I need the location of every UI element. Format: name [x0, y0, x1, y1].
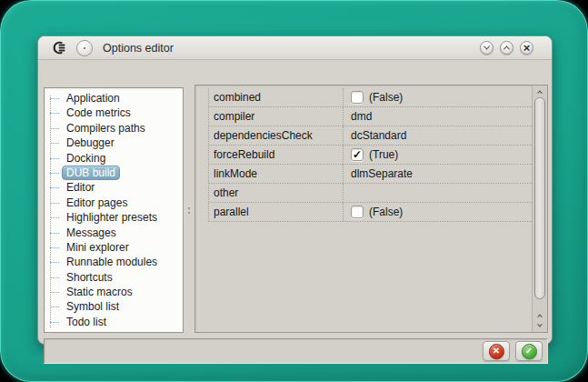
tree-item-label: Symbol list	[66, 300, 119, 313]
tree-item-runnable-modules[interactable]: Runnable modules	[45, 255, 183, 269]
property-name: parallel	[209, 203, 344, 221]
property-name: other	[209, 184, 344, 202]
tree-item-docking[interactable]: Docking	[45, 151, 183, 166]
ok-circle-check-icon: ✓	[522, 344, 537, 359]
property-row-forcerebuild: forceRebuild✓(True)	[209, 146, 532, 165]
property-row-compiler: compilerdmd	[209, 107, 532, 126]
maximize-button[interactable]	[500, 41, 513, 55]
scrollbar-thumb[interactable]	[534, 97, 545, 299]
tree-item-symbol-list[interactable]: Symbol list	[45, 299, 183, 314]
accept-button[interactable]: ✓	[515, 341, 543, 361]
property-row-linkmode: linkModedlmSeparate	[209, 165, 532, 184]
close-button[interactable]: ×	[520, 41, 533, 55]
property-name: compiler	[209, 107, 344, 126]
tree-item-label: Static macros	[66, 286, 133, 298]
chevron-up-icon	[537, 315, 543, 320]
checkbox-unchecked[interactable]	[351, 206, 364, 218]
tree-item-editor[interactable]: Editor	[45, 180, 183, 195]
tree-item-compilers-paths[interactable]: Compilers paths	[45, 121, 183, 136]
tree-item-label: Compilers paths	[66, 122, 145, 135]
tree-item-label: Mini explorer	[66, 241, 129, 254]
property-name: dependenciesCheck	[209, 126, 344, 145]
property-name: combined	[209, 88, 344, 106]
property-value[interactable]: (False)	[344, 88, 532, 106]
tree-item-application[interactable]: Application	[45, 91, 183, 106]
property-grid: combined(False)compilerdmddependenciesCh…	[194, 85, 548, 333]
scroll-up-button-bottom[interactable]	[538, 311, 542, 320]
coedit-logo-icon	[52, 41, 66, 55]
titlebar[interactable]: Options editor ×	[38, 36, 552, 60]
scrollbar-bottom-buttons	[538, 311, 542, 332]
tree-item-static-macros[interactable]: Static macros	[45, 285, 183, 299]
scroll-up-button[interactable]	[533, 85, 547, 97]
tree-item-label: Editor	[66, 181, 95, 194]
chevron-down-icon	[483, 44, 490, 50]
property-value[interactable]: dcStandard	[344, 126, 532, 145]
property-value-text: (False)	[369, 91, 403, 104]
property-row-other: other	[209, 184, 532, 203]
footer-bar: ✕ ✓	[44, 338, 548, 364]
tree-item-highlighter-presets[interactable]: Highlighter presets	[45, 210, 183, 225]
checkbox-unchecked[interactable]	[351, 91, 364, 104]
checkbox-checked[interactable]: ✓	[351, 148, 364, 161]
tree-item-label: Docking	[66, 152, 105, 165]
tree-item-debugger[interactable]: Debugger	[45, 136, 183, 150]
tree-item-label: Messages	[66, 226, 116, 239]
tree-item-shortcuts[interactable]: Shortcuts	[45, 270, 183, 285]
property-row-combined: combined(False)	[209, 88, 532, 107]
category-list-panel: ApplicationCode metricsCompilers pathsDe…	[44, 87, 184, 333]
tree-item-label: Code metrics	[66, 106, 131, 119]
window-menu-icon	[84, 47, 85, 49]
property-row-dependenciescheck: dependenciesCheckdcStandard	[209, 126, 532, 146]
tree-item-label: Shortcuts	[66, 271, 113, 284]
cancel-button[interactable]: ✕	[483, 341, 510, 361]
scroll-down-button[interactable]	[538, 321, 542, 330]
property-grid-rows: combined(False)compilerdmddependenciesCh…	[208, 88, 532, 222]
property-value[interactable]: dmd	[344, 107, 532, 126]
shade-button[interactable]	[480, 41, 493, 55]
panel-splitter[interactable]	[184, 87, 194, 333]
chevron-down-icon	[537, 322, 543, 327]
chevron-up-icon	[537, 90, 543, 96]
property-value-text: (True)	[369, 148, 398, 161]
chevron-up-icon	[503, 45, 510, 52]
tree-item-label: DUB build	[62, 166, 120, 180]
options-tree: ApplicationCode metricsCompilers pathsDe…	[45, 91, 183, 329]
property-row-parallel: parallel(False)	[209, 203, 532, 222]
tree-item-label: Debugger	[66, 136, 115, 149]
tree-item-messages[interactable]: Messages	[45, 226, 183, 240]
tree-item-label: Todo list	[66, 316, 106, 328]
property-value[interactable]: dlmSeparate	[344, 165, 532, 183]
property-value[interactable]: (False)	[344, 203, 532, 221]
window-menu-button[interactable]	[76, 40, 93, 56]
property-name: forceRebuild	[209, 146, 344, 164]
property-name: linkMode	[209, 165, 344, 183]
tree-item-label: Runnable modules	[66, 256, 157, 268]
tree-item-todo-list[interactable]: Todo list	[45, 315, 183, 329]
tree-item-mini-explorer[interactable]: Mini explorer	[45, 240, 183, 255]
vertical-scrollbar[interactable]	[532, 85, 547, 332]
property-value-text: dcStandard	[351, 129, 406, 142]
tree-item-label: Highlighter presets	[66, 211, 157, 224]
property-value-text: dmd	[351, 110, 372, 123]
window-title: Options editor	[103, 42, 174, 55]
tree-item-label: Editor pages	[66, 196, 127, 209]
tree-item-code-metrics[interactable]: Code metrics	[45, 106, 183, 120]
window-content: ApplicationCode metricsCompilers pathsDe…	[38, 60, 552, 345]
property-value[interactable]: ✓(True)	[344, 146, 532, 164]
tree-item-editor-pages[interactable]: Editor pages	[45, 196, 183, 210]
property-value-text: dlmSeparate	[351, 167, 413, 180]
close-icon: ×	[523, 42, 531, 54]
tree-item-label: Application	[66, 92, 120, 105]
options-editor-window: Options editor × ApplicationCode metrics…	[37, 35, 553, 345]
property-value[interactable]	[344, 184, 532, 202]
screenshot-stage: Options editor × ApplicationCode metrics…	[0, 0, 588, 382]
teal-background-card: Options editor × ApplicationCode metrics…	[0, 0, 588, 382]
property-value-text: (False)	[369, 206, 403, 218]
cancel-circle-x-icon: ✕	[489, 344, 504, 359]
tree-item-dub-build[interactable]: DUB build	[45, 166, 183, 180]
